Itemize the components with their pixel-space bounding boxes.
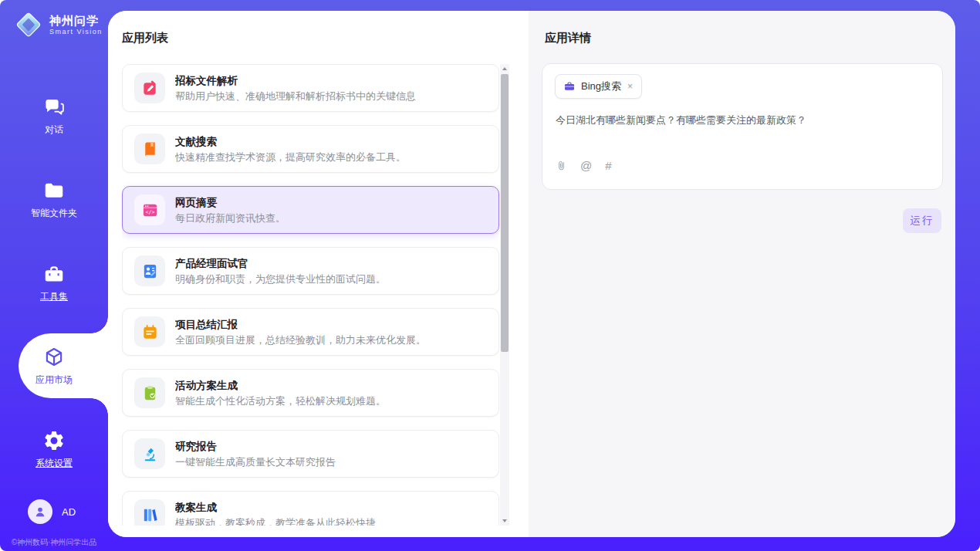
avatar [28, 499, 52, 524]
app-card[interactable]: 教案生成 模板驱动，教案秒成，教学准备从此轻松快捷 [122, 491, 499, 526]
chat-icon [42, 96, 66, 119]
microscope-icon [134, 438, 165, 469]
briefcase-icon [563, 80, 576, 93]
user-name: AD [62, 506, 76, 518]
tag-close-icon[interactable]: × [627, 81, 634, 92]
tool-tag-bing-search[interactable]: Bing搜索 × [555, 74, 642, 99]
app-list-title: 应用列表 [122, 31, 168, 46]
sidebar-item-toolbox[interactable]: 工具集 [0, 241, 108, 324]
app-card[interactable]: </> 网页摘要 每日政府新闻资讯快查。 [122, 186, 499, 234]
svg-text:</>: </> [145, 209, 154, 215]
app-logo: 神州问学 Smart Vision [14, 10, 103, 39]
app-card[interactable]: 项目总结汇报 全面回顾项目进展，总结经验教训，助力未来优化发展。 [122, 308, 499, 356]
app-name: 研究报告 [175, 440, 336, 453]
app-card[interactable]: 产品经理面试官 明确身份和职责，为您提供专业性的面试问题。 [122, 247, 499, 295]
sidebar-item-label: 智能文件夹 [31, 207, 77, 220]
app-name: 产品经理面试官 [175, 257, 386, 270]
scrollbar-thumb[interactable] [501, 74, 509, 352]
mention-icon[interactable]: @ [580, 160, 592, 172]
calendar-icon [134, 316, 165, 347]
gear-icon [42, 429, 66, 452]
person-icon [32, 504, 48, 519]
app-list-panel: 应用列表 招标文件解析 帮助用户快速、准确地理解和解析招标书中的关键信息 文献搜… [108, 11, 529, 537]
sidebar-item-label: 应用市场 [35, 374, 73, 387]
run-button[interactable]: 运行 [903, 208, 941, 233]
app-desc: 模板驱动，教案秒成，教学准备从此轻松快捷 [175, 517, 376, 526]
app-desc: 明确身份和职责，为您提供专业性的面试问题。 [175, 273, 386, 286]
cube-icon [42, 346, 66, 369]
folder-icon [42, 179, 66, 202]
app-name: 网页摘要 [175, 196, 286, 209]
scrollbar[interactable] [500, 64, 509, 526]
app-name: 活动方案生成 [175, 379, 386, 392]
tool-tag-label: Bing搜索 [581, 79, 621, 93]
toolbox-icon [42, 262, 66, 286]
app-name: 教案生成 [175, 501, 376, 514]
app-desc: 全面回顾项目进展，总结经验教训，助力未来优化发展。 [175, 334, 426, 346]
sidebar-item-gear[interactable]: 系统设置 [0, 407, 108, 491]
scroll-down-icon[interactable] [500, 516, 509, 526]
app-desc: 一键智能生成高质量长文本研究报告 [175, 456, 336, 468]
scroll-up-icon[interactable] [500, 64, 509, 73]
app-desc: 每日政府新闻资讯快查。 [175, 212, 286, 225]
book-icon [134, 134, 165, 164]
app-desc: 智能生成个性化活动方案，轻松解决规划难题。 [175, 395, 386, 407]
sidebar-item-label: 系统设置 [35, 457, 73, 470]
query-text[interactable]: 今日湖北有哪些新闻要点？有哪些需要关注的最新政策？ [556, 113, 931, 127]
interview-icon [134, 255, 165, 286]
app-name: 招标文件解析 [175, 74, 416, 87]
hash-icon[interactable]: # [605, 160, 611, 172]
app-detail-panel: 应用详情 Bing搜索 × 今日湖北有哪些新闻要点？有哪些需要关注的最新政策？ [529, 11, 955, 537]
app-window: 神州问学 Smart Vision 对话 智能文件夹 工具集 应用市场 系统设置 [0, 0, 980, 551]
edit-doc-icon [134, 73, 165, 103]
content-card: 应用列表 招标文件解析 帮助用户快速、准确地理解和解析招标书中的关键信息 文献搜… [108, 11, 955, 537]
clipboard-icon [134, 377, 165, 408]
app-detail-title: 应用详情 [545, 31, 591, 46]
logo-diamond-icon [14, 10, 43, 39]
app-card[interactable]: 活动方案生成 智能生成个性化活动方案，轻松解决规划难题。 [122, 369, 499, 417]
sidebar-footer: ©神州数码·神州问学出品 [0, 537, 108, 548]
sidebar-nav: 对话 智能文件夹 工具集 应用市场 系统设置 [0, 74, 108, 491]
app-name: 文献搜索 [175, 135, 406, 148]
logo-subtitle: Smart Vision [49, 28, 103, 36]
app-card[interactable]: 文献搜索 快速精准查找学术资源，提高研究效率的必备工具。 [122, 125, 499, 173]
app-list: 招标文件解析 帮助用户快速、准确地理解和解析招标书中的关键信息 文献搜索 快速精… [122, 64, 499, 526]
user-row[interactable]: AD [28, 499, 76, 524]
app-desc: 快速精准查找学术资源，提高研究效率的必备工具。 [175, 151, 406, 164]
books-icon [134, 499, 165, 526]
sidebar-item-folder[interactable]: 智能文件夹 [0, 157, 108, 241]
app-card[interactable]: 研究报告 一键智能生成高质量长文本研究报告 [122, 430, 499, 478]
web-icon: </> [134, 194, 165, 225]
sidebar: 神州问学 Smart Vision 对话 智能文件夹 工具集 应用市场 系统设置 [0, 0, 108, 551]
app-name: 项目总结汇报 [175, 318, 426, 331]
app-desc: 帮助用户快速、准确地理解和解析招标书中的关键信息 [175, 90, 416, 103]
attach-row: @ # [556, 159, 612, 172]
app-card[interactable]: 招标文件解析 帮助用户快速、准确地理解和解析招标书中的关键信息 [122, 64, 499, 112]
sidebar-item-label: 工具集 [40, 290, 68, 303]
sidebar-item-label: 对话 [45, 123, 63, 137]
paperclip-icon[interactable] [556, 159, 567, 172]
query-input-card[interactable]: Bing搜索 × 今日湖北有哪些新闻要点？有哪些需要关注的最新政策？ @ # [542, 63, 943, 190]
sidebar-item-chat[interactable]: 对话 [0, 74, 108, 157]
sidebar-item-cube[interactable]: 应用市场 [0, 324, 108, 407]
logo-title: 神州问学 [49, 14, 103, 28]
